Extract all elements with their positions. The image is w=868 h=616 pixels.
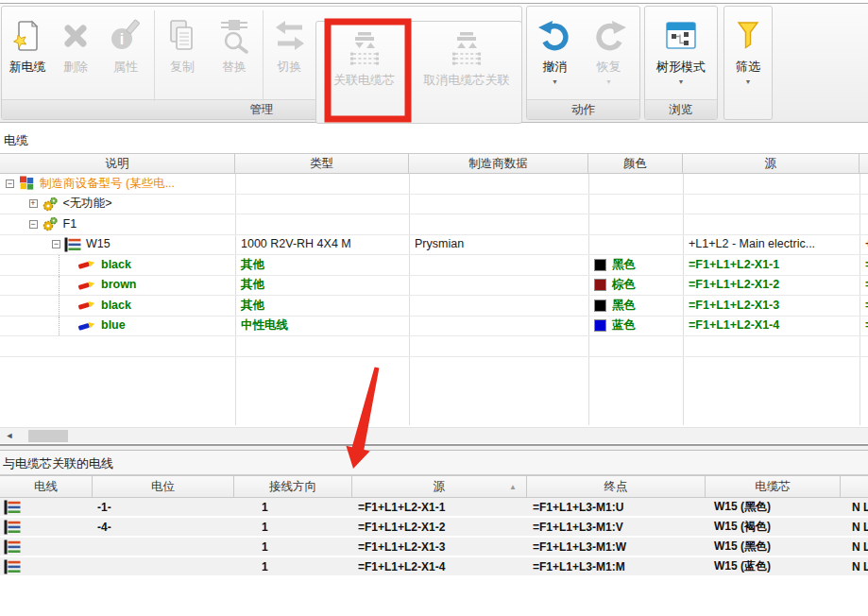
delete-button[interactable]: 删除 [52, 9, 99, 103]
tree-branch-line [59, 276, 77, 296]
button-label: 替换 [222, 60, 247, 75]
endpoint-cell: =F1+L1+L3-M1:U [527, 498, 706, 516]
direction-cell: 1 [234, 518, 352, 536]
cut-cell: = [859, 317, 868, 336]
button-label: 复制 [170, 60, 195, 75]
source-cell [683, 174, 859, 194]
type-cell [235, 214, 409, 234]
table-row[interactable]: -4-1=F1+L1+L2-X1-2=F1+L1+L3-M1:VW15 (褐色)… [0, 518, 868, 538]
copy-icon [162, 14, 202, 58]
replace-icon [214, 14, 254, 58]
type-cell: 其他 [235, 276, 409, 296]
properties-button[interactable]: i 属性 [99, 9, 152, 103]
wires-panel-header: 与电缆芯关联的电线 [0, 451, 868, 475]
column-header-1[interactable]: 类型 [235, 154, 409, 173]
panel-splitter[interactable] [0, 444, 868, 451]
table-row[interactable]: black其他黑色=F1+L1+L2-X1-3= [0, 296, 868, 317]
button-label: 删除 [63, 60, 88, 75]
description-cell: black [0, 255, 235, 275]
new-cable-button[interactable]: 新电缆 [3, 9, 52, 103]
ribbon-separator [154, 10, 155, 101]
tree-mode-button[interactable]: 树形模式 ▼ [645, 9, 717, 103]
properties-icon: i [106, 14, 145, 58]
switch-button[interactable]: 切换 [265, 9, 314, 103]
type-cell [235, 174, 409, 194]
undo-icon [536, 14, 575, 58]
description-cell: −W15 [0, 235, 235, 255]
source-cell: +L1+L2 - Main electric... [683, 235, 859, 255]
wire-cell [0, 538, 93, 556]
link-cable-core-button[interactable]: 关联电缆芯 [316, 22, 412, 116]
color-cell [588, 174, 683, 194]
column-header-5[interactable]: 电缆芯 [706, 476, 841, 497]
dropdown-caret-icon[interactable]: ▼ [745, 77, 752, 86]
table-row[interactable]: 1=F1+L1+L2-X1-3=F1+L1+L3-M1:WW15 (黑色)N L [0, 538, 868, 557]
table-row[interactable]: blue中性电线蓝色=F1+L1+L2-X1-4= [0, 317, 868, 337]
unlink-cable-core-button[interactable]: 取消电缆芯关联 [412, 22, 521, 116]
dropdown-caret-icon[interactable]: ▼ [678, 77, 685, 86]
cable-table: 说明类型制造商数据颜色源 −制造商设备型号 (某些电...+<无功能>−F1−W… [0, 153, 868, 425]
column-header-4[interactable]: 源 [683, 154, 859, 173]
tree-expander[interactable]: + [29, 199, 38, 208]
manufacturer-cell [409, 317, 588, 336]
table-row[interactable]: black其他黑色=F1+L1+L2-X1-1= [0, 255, 868, 276]
wire-red-icon [77, 299, 96, 312]
dropdown-caret-icon[interactable]: ▼ [552, 77, 558, 86]
table-row[interactable]: −制造商设备型号 (某些电... [0, 174, 868, 195]
table-row[interactable]: +<无功能> [0, 195, 868, 215]
column-header-cut [859, 154, 868, 173]
potential-cell [93, 557, 234, 575]
manufacturer-cell [409, 296, 588, 316]
manufacturer-cell [409, 174, 588, 194]
item-name: 制造商设备型号 (某些电... [40, 174, 175, 194]
delete-icon [56, 14, 95, 58]
column-header-1[interactable]: 电位 [93, 476, 234, 497]
color-cell [588, 235, 683, 255]
manufacturer-cell [409, 195, 588, 214]
cable-core-button-island: 关联电缆芯 取消电缆芯关联 [315, 21, 522, 124]
description-cell: −F1 [0, 214, 235, 234]
ribbon-group-filter: 筛选 ▼ [723, 6, 773, 120]
column-header-3[interactable]: 颜色 [588, 154, 683, 173]
table-row[interactable]: −F1 [0, 214, 868, 235]
button-label: 新电缆 [9, 60, 46, 75]
dropdown-caret-icon[interactable]: ▼ [605, 77, 612, 86]
source-cell: =F1+L1+L2-X1-1 [683, 255, 859, 275]
wire-red-icon [77, 279, 96, 292]
table-row[interactable]: brown其他棕色=F1+L1+L2-X1-2= [0, 276, 868, 297]
replace-button[interactable]: 替换 [208, 9, 261, 103]
item-name: W15 [86, 235, 111, 255]
column-header-0[interactable]: 电线 [0, 476, 93, 497]
column-header-4[interactable]: 终点 [527, 476, 706, 497]
copy-button[interactable]: 复制 [157, 9, 208, 103]
direction-cell: 1 [234, 498, 352, 516]
column-header-2[interactable]: 接线方向 [234, 476, 352, 497]
source-cell [683, 214, 859, 234]
ribbon-group-actions: 动作 撤消 ▼ 恢复 ▼ [526, 6, 640, 120]
tree-branch-line [59, 296, 77, 316]
cut-cell [859, 195, 868, 214]
column-header-0[interactable]: 说明 [0, 154, 235, 173]
color-cell: 棕色 [588, 276, 683, 296]
tree-expander[interactable]: − [52, 240, 60, 248]
table-row[interactable]: −W151000 R2V-RH 4X4 MPrysmian+L1+L2 - Ma… [0, 235, 868, 256]
scrollbar-thumb[interactable] [28, 430, 68, 442]
color-swatch [594, 319, 606, 332]
type-cell: 其他 [235, 296, 409, 316]
wires-table-header: 电线电位接线方向源▲终点电缆芯 [0, 475, 868, 498]
horizontal-scrollbar[interactable]: ◄ [0, 427, 868, 443]
table-row[interactable]: 1=F1+L1+L2-X1-4=F1+L1+L3-M1:MW15 (蓝色)N L [0, 557, 868, 577]
column-header-3[interactable]: 源▲ [352, 476, 527, 497]
table-row[interactable]: -1-1=F1+L1+L2-X1-1=F1+L1+L3-M1:UW15 (黑色)… [0, 498, 868, 518]
cable-icon [4, 500, 21, 515]
scroll-left-arrow-icon[interactable]: ◄ [2, 428, 17, 443]
cable-core-cell: W15 (褐色) [706, 518, 841, 536]
cut-cell: + [859, 235, 868, 255]
filter-button[interactable]: 筛选 ▼ [724, 9, 772, 103]
tree-expander[interactable]: − [29, 220, 38, 229]
redo-button[interactable]: 恢复 ▼ [582, 9, 636, 103]
tree-expander[interactable]: − [6, 180, 14, 188]
undo-button[interactable]: 撤消 ▼ [528, 9, 582, 103]
source-cell: =F1+L1+L2-X1-1 [352, 498, 527, 516]
column-header-2[interactable]: 制造商数据 [409, 154, 588, 173]
